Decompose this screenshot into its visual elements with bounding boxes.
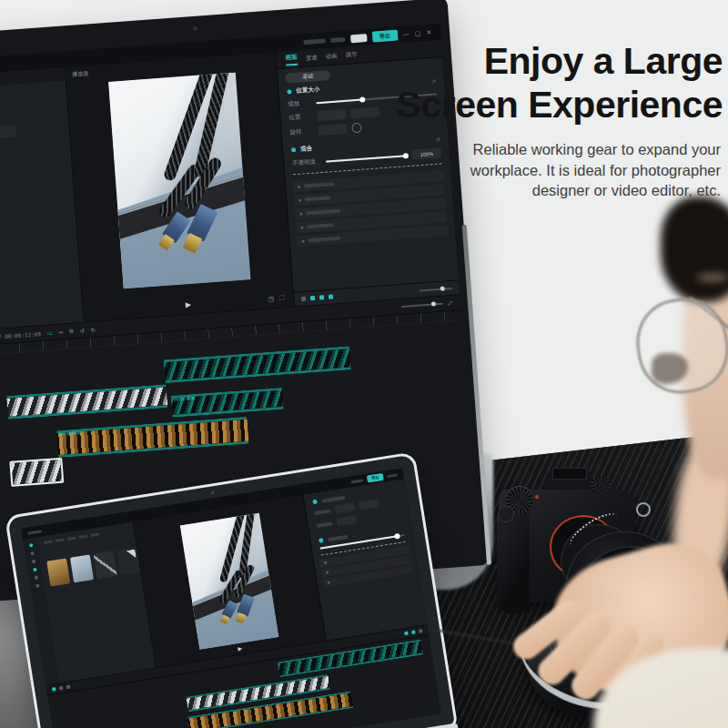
split-tool-icon[interactable]: ✂	[58, 329, 64, 335]
clip-name-label: 00:00 素材	[174, 396, 196, 402]
video-clip[interactable]	[6, 384, 167, 420]
laptop-media-toolbar	[44, 532, 100, 544]
select-tool-icon[interactable]: ▭	[47, 329, 53, 336]
webcam-dot-icon	[193, 26, 197, 31]
expand-icon[interactable]: ⤢	[448, 299, 452, 306]
media-tabs: 媒体	[0, 67, 66, 90]
laptop-webcam-icon	[210, 490, 215, 495]
player-label: 播放器	[66, 66, 89, 80]
marketing-scene: 导出 — ▢ ✕ 媒体 +导入	[0, 0, 728, 728]
window-controls[interactable]: — ▢ ✕	[403, 29, 434, 38]
undo-icon[interactable]: ↺	[79, 327, 85, 333]
tab-animation[interactable]: 动画	[325, 52, 338, 61]
headline: Enjoy a LargeScreen Experience	[373, 40, 723, 126]
laptop-media-thumbnails	[46, 547, 140, 586]
laptop-screen: 导出	[21, 468, 440, 728]
video-clip[interactable]	[164, 346, 351, 383]
camera-grip	[497, 506, 530, 613]
tab-speed[interactable]: 变速	[305, 54, 318, 63]
player-corner-icons[interactable]: ◳ ⛶	[268, 294, 286, 302]
video-clip[interactable]: 00:00 素材	[171, 388, 284, 418]
grid-icon[interactable]	[301, 297, 306, 301]
rotate-knob[interactable]	[351, 123, 362, 134]
person-hair	[661, 197, 728, 302]
subtab-basic[interactable]: 基础	[285, 70, 331, 84]
camera-red-dot	[535, 495, 539, 499]
media-thumbnail[interactable]	[94, 551, 117, 579]
hero-text-block: Enjoy a LargeScreen Experience Reliable …	[373, 40, 723, 200]
laptop-play-button[interactable]: ▶	[238, 644, 243, 652]
library-button[interactable]	[0, 125, 16, 139]
camera-hot-shoe	[552, 468, 587, 480]
tab-adjust[interactable]: 调节	[345, 50, 358, 59]
preview-cable-image	[108, 73, 250, 289]
laptop-player-panel: ▶	[134, 495, 327, 668]
import-row: +导入	[0, 125, 16, 143]
person-eyebrow	[697, 273, 728, 282]
tab-picture[interactable]: 画面	[285, 53, 298, 66]
media-thumbnail[interactable]	[116, 547, 140, 575]
mask-icon[interactable]	[319, 295, 324, 299]
timeline-zoom-slider[interactable]	[401, 303, 443, 308]
camera-small-dial	[498, 506, 514, 522]
sidebar-dot-icon[interactable]	[33, 568, 37, 572]
keyframe-icon[interactable]	[310, 296, 315, 300]
subtitle: Reliable working gear to expand yourwork…	[373, 139, 721, 200]
sidebar-dot-icon[interactable]	[28, 543, 33, 548]
sidebar-dot-icon[interactable]	[31, 560, 35, 564]
media-thumbnail[interactable]	[70, 554, 94, 582]
status-placeholder	[303, 38, 325, 45]
laptop-export-button[interactable]: 导出	[367, 473, 384, 483]
camera-mode-dial	[590, 477, 612, 495]
camera-strap-ring	[636, 502, 651, 517]
crop-icon[interactable]	[329, 294, 333, 298]
media-thumbnail[interactable]	[46, 558, 70, 586]
play-button[interactable]: ▶	[185, 301, 191, 308]
resolution-button[interactable]	[350, 34, 368, 43]
laptop-preview-image	[180, 513, 279, 650]
timecode-total: / 00:00:12:08	[0, 330, 41, 339]
rotate-field[interactable]	[318, 124, 348, 136]
toggle-dot-icon[interactable]	[287, 89, 291, 94]
sidebar-dot-icon[interactable]	[34, 576, 38, 581]
position-x-field[interactable]	[317, 109, 347, 121]
footer-slider[interactable]	[420, 287, 452, 291]
sidebar-dot-icon[interactable]	[35, 584, 40, 589]
sidebar-dot-icon[interactable]	[30, 551, 35, 556]
filmstrip-clip[interactable]: 00:00 素材	[56, 417, 249, 458]
player-panel: 播放器 ▶ ◳ ⛶	[66, 52, 295, 321]
status-placeholder	[330, 36, 345, 42]
copy-tool-icon[interactable]: ⧉	[69, 328, 74, 334]
selected-clip[interactable]	[9, 458, 64, 487]
redo-icon[interactable]: ↻	[90, 326, 96, 332]
toggle-dot-icon[interactable]	[291, 147, 296, 152]
clip-name-label: 00:00 素材	[59, 430, 81, 437]
